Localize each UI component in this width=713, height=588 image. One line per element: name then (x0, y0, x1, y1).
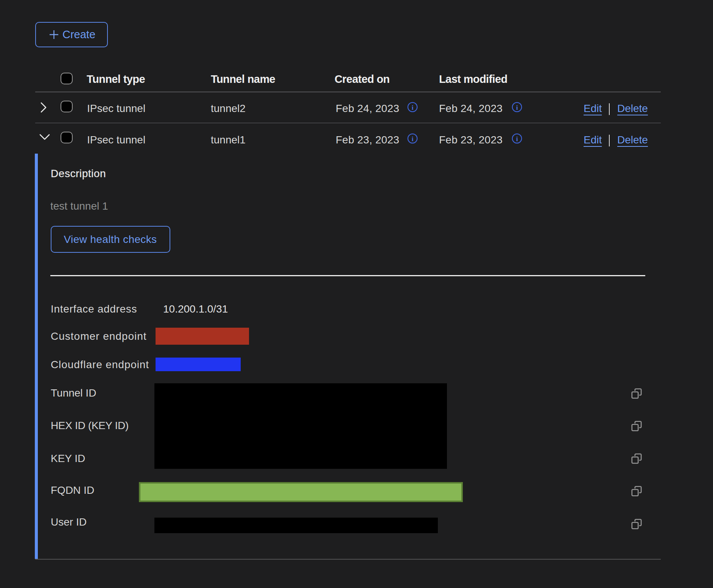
svg-text:i: i (411, 135, 413, 143)
svg-text:i: i (516, 135, 518, 143)
svg-text:i: i (411, 104, 413, 111)
svg-text:i: i (516, 104, 518, 111)
